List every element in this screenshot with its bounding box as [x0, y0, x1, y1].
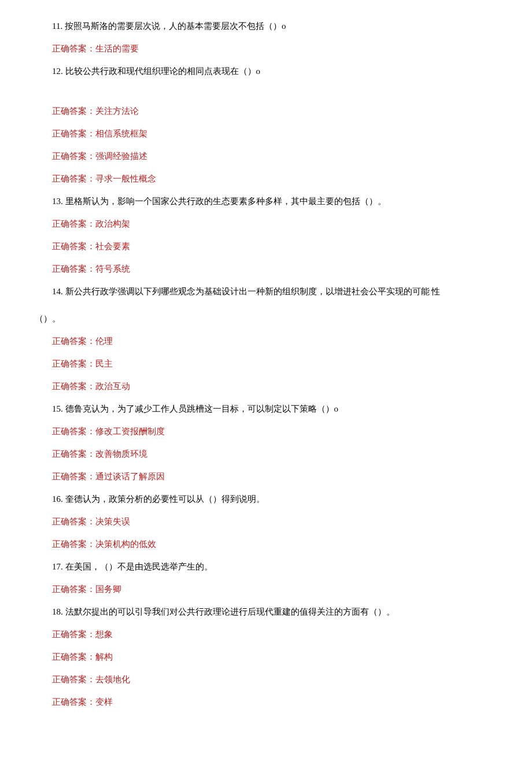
answer: 正确答案：修改工资报酬制度 — [35, 424, 509, 439]
question-11: 11. 按照马斯洛的需要层次说，人的基本需要层次不包括（）o — [35, 19, 509, 34]
answer: 正确答案：生活的需要 — [35, 41, 509, 57]
answer: 正确答案：政治构架 — [35, 216, 509, 232]
question-text-line1: 14. 新公共行政学强调以下列哪些观念为基础设计出一种新的组织制度，以增进社会公… — [35, 284, 509, 299]
document-content: 11. 按照马斯洛的需要层次说，人的基本需要层次不包括（）o正确答案：生活的需要… — [35, 19, 509, 710]
answer: 正确答案：社会要素 — [35, 239, 509, 254]
answer: 正确答案：民主 — [35, 356, 509, 372]
answer: 正确答案：改善物质环境 — [35, 446, 509, 462]
answer: 正确答案：解构 — [35, 649, 509, 665]
answer: 正确答案：符号系统 — [35, 261, 509, 277]
answer: 正确答案：通过谈话了解原因 — [35, 469, 509, 485]
question-16: 16. 奎德认为，政策分析的必要性可以从（）得到说明。 — [35, 491, 509, 507]
answer: 正确答案：决策失误 — [35, 514, 509, 530]
answer: 正确答案：国务卿 — [35, 582, 509, 597]
question-13: 13. 里格斯认为，影响一个国家公共行政的生态要素多种多样，其中最主要的包括（）… — [35, 194, 509, 209]
answer: 正确答案：去领地化 — [35, 672, 509, 687]
answer: 正确答案：伦理 — [35, 334, 509, 349]
answer: 正确答案：决策机构的低效 — [35, 537, 509, 552]
answer: 正确答案：变样 — [35, 694, 509, 710]
question-15: 15. 德鲁克认为，为了减少工作人员跳槽这一目标，可以制定以下策略（）o — [35, 401, 509, 417]
answer: 正确答案：政治互动 — [35, 379, 509, 394]
spacer — [35, 86, 509, 97]
question-18: 18. 法默尔提出的可以引导我们对公共行政理论进行后现代重建的值得关注的方面有（… — [35, 604, 509, 620]
question-14: 14. 新公共行政学强调以下列哪些观念为基础设计出一种新的组织制度，以增进社会公… — [35, 284, 509, 327]
answer: 正确答案：相信系统框架 — [35, 126, 509, 142]
question-text-line2: （）。 — [35, 311, 509, 327]
question-12: 12. 比较公共行政和现代组织理论的相同点表现在（）o — [35, 64, 509, 79]
answer: 正确答案：强调经验描述 — [35, 149, 509, 164]
question-17: 17. 在美国，（）不是由选民选举产生的。 — [35, 559, 509, 575]
answer: 正确答案：想象 — [35, 627, 509, 642]
answer: 正确答案：关注方法论 — [35, 103, 509, 119]
answer: 正确答案：寻求一般性概念 — [35, 171, 509, 187]
